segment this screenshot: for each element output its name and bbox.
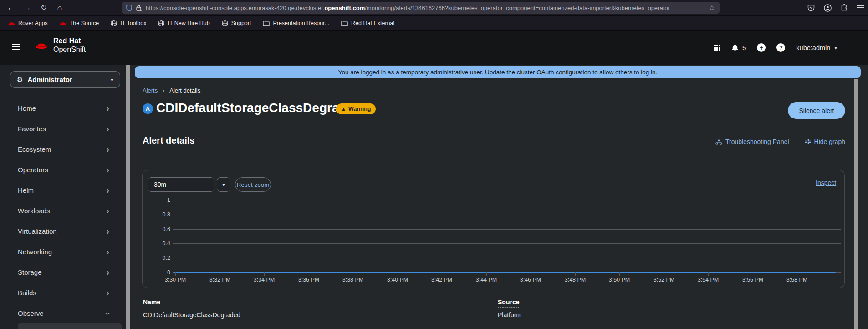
pocket-icon[interactable]: [807, 5, 815, 11]
source-field-value: Platform: [498, 311, 521, 319]
chevron-down-icon: ▾: [834, 45, 837, 51]
bookmark-the-source[interactable]: The Source: [60, 20, 99, 26]
globe-icon: [158, 20, 164, 26]
name-field-value: CDIDefaultStorageClassDegraded: [143, 311, 240, 319]
sidebar-item-builds[interactable]: Builds›: [0, 283, 126, 303]
x-tick-label: 3:58 PM: [781, 277, 813, 283]
y-tick-label: 0.4: [149, 240, 170, 247]
bookmark-star-icon[interactable]: ☆: [709, 4, 715, 12]
browser-toolbar: ← → ↻ ⌂ https://console-openshift-consol…: [0, 0, 868, 15]
home-icon[interactable]: ⌂: [54, 0, 65, 15]
alert-graph-card: 30m ▾ Reset zoom Inspect 1 0.8 0.6 0.4 0…: [142, 170, 845, 288]
chevron-right-icon: ›: [107, 247, 109, 257]
section-links: Troubleshooting Panel Hide graph: [715, 138, 845, 145]
sidebar-item-ecosystem[interactable]: Ecosystem›: [0, 139, 126, 159]
username: kube:admin: [796, 44, 830, 51]
x-tick: [353, 272, 353, 276]
redhat-fedora-icon: [34, 40, 49, 51]
oauth-config-link[interactable]: cluster OAuth configuration: [517, 69, 591, 76]
nav-toggle-icon[interactable]: [12, 44, 20, 50]
import-yaml-icon[interactable]: +: [757, 43, 766, 52]
chevron-right-icon: ›: [107, 123, 109, 134]
gridline: [173, 215, 841, 215]
page-title: CDIDefaultStorageClassDegraded: [156, 101, 362, 115]
extensions-icon[interactable]: [841, 4, 848, 11]
sidebar-scrollbar[interactable]: [126, 65, 130, 329]
perspective-label: Administrator: [27, 76, 106, 83]
reset-zoom-button[interactable]: Reset zoom: [235, 177, 271, 192]
browser-actions: [807, 0, 864, 15]
sidebar-item-observe[interactable]: Observe›: [0, 303, 126, 324]
compress-icon: [805, 139, 811, 145]
browser-menu-icon[interactable]: [857, 5, 864, 10]
y-tick-label: 0: [149, 269, 170, 276]
tracking-shield-icon[interactable]: [126, 5, 132, 11]
x-tick-label: 3:54 PM: [692, 277, 724, 283]
silence-alert-button[interactable]: Silence alert: [788, 102, 845, 119]
divider: [143, 128, 854, 128]
sidebar-item-helm[interactable]: Helm›: [0, 180, 126, 200]
sidebar-nav: Home› Favorites› Ecosystem› Operators› H…: [0, 98, 126, 324]
x-tick-label: 3:34 PM: [248, 277, 280, 283]
hide-graph-link[interactable]: Hide graph: [805, 138, 846, 145]
lock-icon[interactable]: [136, 5, 142, 11]
x-tick-label: 3:40 PM: [382, 277, 414, 283]
warning-badge: ▲ Warning: [336, 103, 376, 114]
x-tick: [398, 272, 398, 276]
x-tick-label: 3:44 PM: [470, 277, 502, 283]
chevron-right-icon: ›: [107, 226, 109, 237]
chevron-down-icon: ▾: [222, 182, 225, 188]
alert-severity-badge: A: [143, 103, 153, 114]
x-tick: [708, 272, 709, 276]
x-tick-label: 3:56 PM: [737, 277, 769, 283]
topology-icon: [715, 139, 722, 145]
bookmark-support[interactable]: Support: [222, 20, 251, 26]
x-tick: [797, 272, 797, 276]
x-tick-label: 3:38 PM: [337, 277, 369, 283]
x-tick-label: 3:48 PM: [559, 277, 591, 283]
main-content: You are logged in as a temporary adminis…: [130, 65, 868, 329]
back-icon[interactable]: ←: [5, 0, 16, 15]
y-tick-label: 1: [149, 197, 170, 203]
chevron-right-icon: ›: [107, 185, 109, 196]
x-tick-label: 3:30 PM: [159, 277, 191, 283]
user-menu[interactable]: kube:admin ▾: [796, 44, 837, 51]
sidebar-item-favorites[interactable]: Favorites›: [0, 118, 126, 139]
bookmark-rover-apps[interactable]: Rover Apps: [8, 20, 48, 26]
breadcrumb-alerts-link[interactable]: Alerts: [143, 87, 158, 94]
x-tick: [220, 272, 220, 276]
chevron-down-icon: ▾: [111, 77, 113, 83]
sidebar-item-workloads[interactable]: Workloads›: [0, 200, 126, 221]
time-range-input[interactable]: 30m: [148, 177, 214, 192]
help-icon[interactable]: ?: [776, 43, 785, 52]
sidebar-item-virtualization[interactable]: Virtualization›: [0, 221, 126, 242]
page-scrollbar[interactable]: [854, 79, 858, 329]
x-tick-label: 3:52 PM: [648, 277, 680, 283]
x-tick-label: 3:42 PM: [426, 277, 458, 283]
account-icon[interactable]: [824, 4, 832, 12]
sidebar-item-storage[interactable]: Storage›: [0, 262, 126, 283]
banner-text: You are logged in as a temporary adminis…: [338, 69, 657, 76]
perspective-switcher[interactable]: ⚙ Administrator ▾: [10, 71, 120, 88]
bookmark-red-hat-external[interactable]: Red Hat External: [341, 20, 394, 26]
x-tick: [664, 272, 664, 276]
bookmark-it-toolbox[interactable]: IT Toolbox: [111, 20, 146, 26]
sidebar-subitem-active[interactable]: [18, 323, 122, 329]
forward-icon[interactable]: →: [22, 0, 33, 15]
sidebar-item-home[interactable]: Home›: [0, 98, 126, 118]
troubleshooting-panel-link[interactable]: Troubleshooting Panel: [715, 138, 789, 145]
y-tick-label: 0.8: [149, 211, 170, 218]
notifications[interactable]: 5: [731, 44, 746, 51]
gridline: [173, 200, 841, 200]
inspect-link[interactable]: Inspect: [816, 179, 836, 186]
chevron-right-icon: ›: [107, 288, 109, 298]
app-launcher-icon[interactable]: [714, 45, 720, 51]
time-range-dropdown-button[interactable]: ▾: [217, 177, 230, 192]
bookmark-it-new-hire-hub[interactable]: IT New Hire Hub: [158, 20, 209, 26]
y-tick-label: 0.6: [149, 226, 170, 232]
sidebar-item-networking[interactable]: Networking›: [0, 242, 126, 262]
url-bar[interactable]: https://console-openshift-console.apps.e…: [122, 2, 720, 14]
bookmark-presentation-resources[interactable]: Presentation Resour...: [263, 20, 329, 26]
reload-icon[interactable]: ↻: [38, 0, 49, 15]
sidebar-item-operators[interactable]: Operators›: [0, 159, 126, 180]
